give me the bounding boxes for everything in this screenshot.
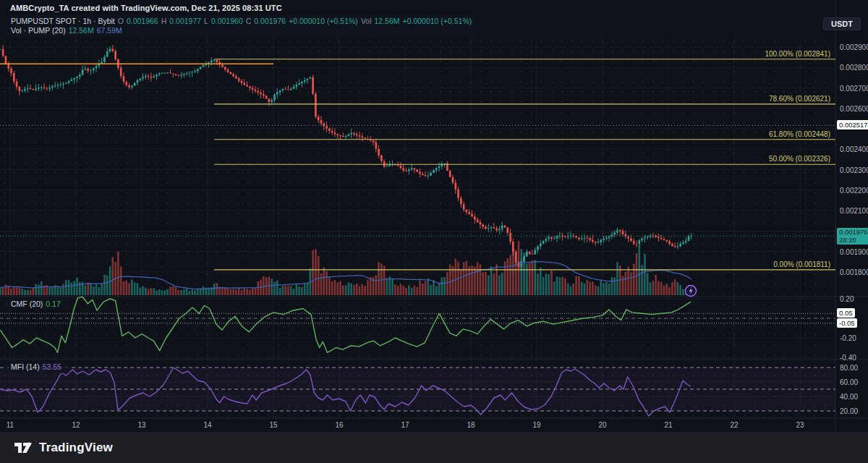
legend-segment: 67.59M: [97, 26, 122, 35]
fib-retracement-drawing[interactable]: [214, 59, 835, 270]
lightning-marker-icon[interactable]: [684, 284, 697, 297]
fib-level-label: 61.80% (0.002448): [769, 130, 830, 138]
price-axis-label: 0.002600: [840, 105, 868, 113]
legend-segment: Vol · PUMP (20): [11, 26, 66, 35]
price-axis-label: 0.002700: [840, 85, 868, 93]
legend-segment: MFI (14): [11, 362, 40, 371]
price-axis-label: 0.002100: [840, 207, 868, 215]
legend-segment: 0.001977: [169, 17, 201, 25]
mfi-axis-label: 40.00: [840, 393, 858, 401]
cmf-axis-label: -0.05: [837, 318, 857, 328]
legend-segment: 12.56M: [69, 26, 94, 35]
time-axis-label: 20: [598, 421, 606, 429]
legend-segment: H: [161, 17, 167, 25]
time-axis-label: 11: [7, 421, 14, 429]
legend-segment: 0.001976: [254, 17, 286, 25]
price-axis-label: 0.002300: [840, 166, 868, 174]
time-axis-label: 21: [664, 421, 672, 429]
legend-segment: Vol: [361, 17, 372, 25]
legend-segment: 53.55: [43, 362, 61, 371]
time-axis-label: 13: [137, 421, 145, 429]
time-axis-label: 15: [269, 421, 277, 429]
legend-segment: C: [246, 17, 252, 25]
time-axis-label: 17: [401, 421, 409, 429]
legend-segment: PUMPUSDT SPOT · 1h · Bybit: [11, 17, 115, 25]
price-axis-label: 0.001800: [840, 268, 868, 276]
legend-segment: +0.000010 (+0.51%): [403, 17, 472, 25]
main-chart-canvas[interactable]: [0, 0, 868, 463]
cmf-axis-label: 0.20: [840, 295, 854, 303]
legend-segment: 12.56M: [374, 17, 399, 25]
ohlc-legend-row: PUMPUSDT SPOT · 1h · BybitO0.001966H0.00…: [11, 17, 475, 26]
legend-segment: 0.001960: [211, 17, 243, 25]
cmf-axis-label: -0.40: [840, 354, 856, 362]
chart-window: AMBCrypto_TA created with TradingView.co…: [0, 0, 868, 463]
cmf-axis-label: -0.20: [840, 334, 856, 342]
grid-lines: [0, 36, 835, 418]
time-axis-label: 14: [203, 421, 211, 429]
time-axis-label: 19: [532, 421, 540, 429]
price-axis-label: 0.002900: [840, 43, 868, 51]
symbol-legend: PUMPUSDT SPOT · 1h · BybitO0.001966H0.00…: [6, 15, 480, 37]
mfi-legend: MFI (14)53.55: [6, 361, 69, 373]
mfi-axis-label: 20.00: [840, 407, 858, 415]
legend-segment: 0.17: [46, 300, 60, 308]
fib-level-label: 100.00% (0.002841): [765, 50, 830, 58]
mfi-pane: [0, 368, 835, 416]
current-price-label: 0.00197628:20: [837, 228, 868, 245]
legend-segment: CMF (20): [11, 300, 43, 308]
fib-level-label: 0.00% (0.001811): [773, 260, 830, 268]
time-axis-label: 18: [467, 421, 475, 429]
tradingview-logo[interactable]: TradingView: [14, 441, 113, 455]
cmf-pane: [0, 297, 835, 352]
volume-bars: [0, 241, 692, 295]
alert-price-label: 0.002517: [837, 120, 868, 129]
price-axis-label: 0.002400: [840, 145, 868, 153]
chart-watermark: AMBCrypto_TA created with TradingView.co…: [10, 4, 282, 12]
cmf-legend: CMF (20)0.17: [6, 298, 69, 310]
mfi-axis-label: 60.00: [840, 378, 858, 386]
legend-segment: O: [118, 17, 124, 25]
bar-countdown: 28:20: [839, 237, 868, 245]
cmf-axis-label: 0.05: [837, 308, 855, 318]
mfi-axis-label: 80.00: [840, 364, 858, 372]
fib-level-label: 50.00% (0.002326): [769, 155, 830, 163]
legend-segment: L: [204, 17, 208, 25]
price-axis-label: 0.001900: [840, 248, 868, 256]
price-axis-label: 0.002800: [840, 64, 868, 72]
legend-segment: 0.001966: [127, 17, 158, 25]
footer-bar: TradingView: [0, 433, 868, 463]
time-axis-label: 12: [72, 421, 80, 429]
fib-level-label: 78.60% (0.002621): [769, 95, 830, 103]
currency-toggle-button[interactable]: USDT: [823, 17, 861, 30]
legend-segment: +0.000010 (+0.51%): [289, 17, 358, 25]
time-axis-label: 22: [730, 421, 738, 429]
tradingview-logo-icon: [14, 441, 33, 455]
time-axis-label: 16: [335, 421, 343, 429]
volume-legend-row: Vol · PUMP (20)12.56M67.59M: [11, 26, 475, 35]
price-axis-label: 0.002200: [840, 187, 868, 195]
tradingview-wordmark: TradingView: [39, 441, 113, 455]
time-axis-label: 23: [796, 421, 804, 429]
candlestick-series: [0, 45, 692, 271]
